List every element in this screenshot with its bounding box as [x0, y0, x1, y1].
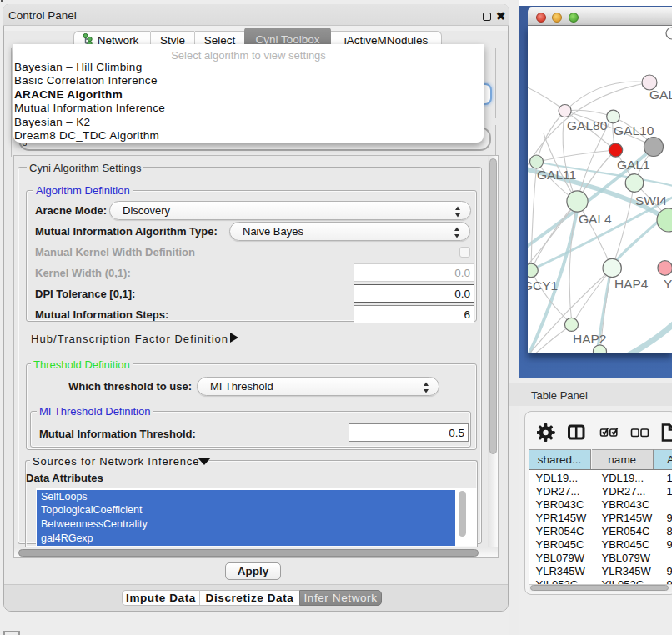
svg-text:HAP4: HAP4	[614, 277, 649, 291]
svg-text:GAL10: GAL10	[614, 123, 654, 138]
svg-text:GAL1: GAL1	[617, 158, 650, 172]
svg-text:GAL: GAL	[649, 88, 672, 102]
svg-text:GCY1: GCY1	[528, 278, 558, 292]
svg-text:GAL4: GAL4	[579, 212, 612, 226]
svg-text:GAL80: GAL80	[567, 118, 608, 132]
svg-text:GAL11: GAL11	[537, 168, 576, 182]
svg-text:HAP2: HAP2	[573, 332, 607, 346]
svg-text:SWI4: SWI4	[635, 193, 667, 208]
svg-text:Y: Y	[664, 277, 672, 291]
